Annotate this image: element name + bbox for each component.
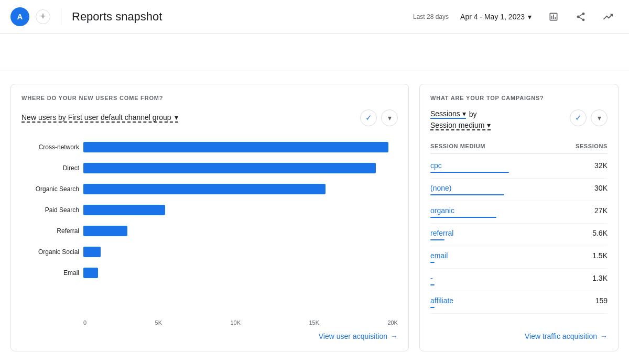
- check-circle-left[interactable]: ✓: [360, 109, 377, 126]
- bar-track: [83, 247, 398, 257]
- bar-row: Email: [21, 262, 398, 283]
- report-icon-button[interactable]: [543, 6, 564, 27]
- bar-row: Referral: [21, 220, 398, 241]
- trend-icon-button[interactable]: [598, 6, 619, 27]
- row-left: cpc: [430, 161, 509, 173]
- bar-row: Organic Search: [21, 179, 398, 200]
- x-axis-label: 20K: [387, 319, 398, 326]
- view-traffic-acquisition-label: View traffic acquisition: [525, 332, 597, 340]
- row-left: affiliate: [430, 296, 453, 308]
- row-value: 1.3K: [592, 274, 608, 282]
- bar-label: Paid Search: [21, 206, 79, 214]
- row-value: 27K: [594, 206, 608, 215]
- share-icon: [576, 12, 586, 22]
- row-left: referral: [430, 229, 453, 240]
- left-section-title: WHERE DO YOUR NEW USERS COME FROM?: [21, 95, 398, 101]
- view-traffic-acquisition-link[interactable]: View traffic acquisition →: [430, 326, 608, 340]
- view-traffic-acquisition-arrow-icon: →: [600, 332, 608, 340]
- x-axis-label: 5K: [155, 319, 162, 326]
- bar-row: Organic Social: [21, 241, 398, 262]
- bar-fill: [83, 184, 326, 194]
- row-name[interactable]: affiliate: [430, 296, 453, 305]
- right-dropdown-button[interactable]: ▾: [591, 109, 608, 126]
- sessions-metric-chevron-icon: ▾: [462, 109, 466, 118]
- scroll-top-area: [0, 34, 629, 71]
- chart-title-button[interactable]: New users by First user default channel …: [21, 113, 178, 123]
- right-panel: WHAT ARE YOUR TOP CAMPAIGNS? Sessions ▾ …: [419, 84, 619, 351]
- check-icon-right: ✓: [575, 113, 582, 123]
- header-divider: [61, 8, 61, 25]
- row-value: 1.5K: [592, 251, 608, 260]
- sessions-row1: Sessions ▾ by: [430, 109, 491, 119]
- left-panel: WHERE DO YOUR NEW USERS COME FROM? New u…: [10, 84, 409, 351]
- bar-label: Cross-network: [21, 144, 79, 151]
- row-name[interactable]: email: [430, 251, 448, 260]
- share-icon-button[interactable]: [570, 6, 591, 27]
- row-name[interactable]: -: [430, 274, 435, 282]
- sessions-row2: Session medium ▾: [430, 121, 491, 130]
- row-bar: [430, 307, 435, 308]
- check-icon-left: ✓: [365, 113, 372, 123]
- bar-chart: Cross-networkDirectOrganic SearchPaid Se…: [21, 137, 398, 317]
- row-bar: [430, 262, 435, 263]
- report-icon: [548, 12, 559, 22]
- bar-track: [83, 268, 398, 278]
- row-name[interactable]: (none): [430, 184, 504, 192]
- table-rows: cpc32K(none)30Korganic27Kreferral5.6Kema…: [430, 156, 608, 326]
- by-text: by: [469, 110, 477, 118]
- table-row: affiliate159: [430, 291, 608, 314]
- table-row: organic27K: [430, 201, 608, 224]
- table-header: SESSION MEDIUM SESSIONS: [430, 139, 608, 154]
- row-left: email: [430, 251, 448, 263]
- bar-row: Paid Search: [21, 200, 398, 220]
- chart-title-label: New users by First user default channel …: [21, 113, 171, 122]
- row-value: 30K: [594, 184, 608, 192]
- sessions-metric-button[interactable]: Sessions ▾: [430, 109, 466, 119]
- bar-label: Referral: [21, 227, 79, 235]
- date-range-button[interactable]: Apr 4 - May 1, 2023 ▾: [455, 9, 537, 24]
- bar-track: [83, 205, 398, 215]
- page-title: Reports snapshot: [72, 10, 407, 24]
- sessions-title-group: Sessions ▾ by Session medium ▾: [430, 109, 491, 130]
- avatar: A: [10, 7, 29, 26]
- bar-track: [83, 226, 398, 236]
- bar-track: [83, 163, 398, 173]
- bar-row: Cross-network: [21, 137, 398, 158]
- right-section-title: WHAT ARE YOUR TOP CAMPAIGNS?: [430, 95, 608, 101]
- main-content: WHERE DO YOUR NEW USERS COME FROM? New u…: [0, 71, 629, 364]
- x-axis-label: 15K: [309, 319, 319, 326]
- x-axis: 05K10K15K20K: [83, 319, 398, 326]
- sessions-header: Sessions ▾ by Session medium ▾ ✓ ▾: [430, 109, 608, 130]
- row-left: organic: [430, 206, 496, 218]
- bar-row: Direct: [21, 158, 398, 179]
- col-header-metric: SESSIONS: [576, 143, 608, 149]
- bar-track: [83, 142, 398, 152]
- bar-fill: [83, 226, 127, 236]
- x-axis-label: 10K: [230, 319, 241, 326]
- date-range-label: Last 28 days: [413, 13, 449, 20]
- row-name[interactable]: referral: [430, 229, 453, 237]
- date-range-chevron-icon: ▾: [528, 13, 532, 21]
- check-circle-right[interactable]: ✓: [570, 109, 587, 126]
- row-bar: [430, 239, 444, 240]
- bar-fill: [83, 163, 376, 173]
- bar-fill: [83, 268, 98, 278]
- table-row: cpc32K: [430, 156, 608, 179]
- row-bar: [430, 217, 496, 218]
- sessions-dimension-button[interactable]: Session medium ▾: [430, 121, 491, 130]
- view-user-acquisition-label: View user acquisition: [319, 332, 387, 340]
- chart-dropdown-button[interactable]: ▾: [381, 109, 398, 126]
- col-header-dimension: SESSION MEDIUM: [430, 143, 485, 149]
- add-button[interactable]: +: [36, 9, 50, 24]
- table-row: (none)30K: [430, 179, 608, 201]
- chart-header: New users by First user default channel …: [21, 109, 398, 126]
- row-name[interactable]: cpc: [430, 161, 509, 170]
- x-axis-label: 0: [83, 319, 86, 326]
- chart-controls: ✓ ▾: [360, 109, 398, 126]
- row-name[interactable]: organic: [430, 206, 496, 215]
- row-bar: [430, 172, 509, 173]
- bar-fill: [83, 142, 388, 152]
- view-user-acquisition-link[interactable]: View user acquisition →: [21, 326, 398, 340]
- bar-label: Organic Search: [21, 185, 79, 193]
- bar-fill: [83, 205, 165, 215]
